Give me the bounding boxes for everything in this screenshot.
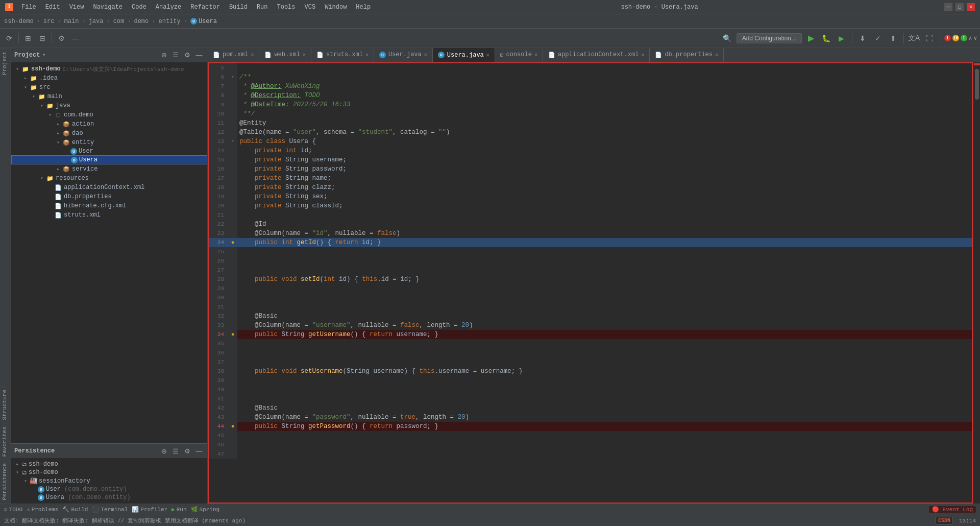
tab-web-xml[interactable]: 📄 web.xml ✕ (259, 48, 311, 62)
tree-item-hibernate[interactable]: 📄 hibernate.cfg.xml (11, 201, 207, 210)
panel-tab-project[interactable]: Project (0, 48, 11, 78)
persistence-item-ssh-demo-1[interactable]: ▸ 🗂 ssh-demo (11, 460, 207, 468)
menu-build[interactable]: Build (225, 3, 252, 12)
tree-item-dao[interactable]: ▸ 📦 dao (11, 129, 207, 138)
tree-item-java[interactable]: ▾ 📁 java (11, 101, 207, 110)
tab-pom-xml[interactable]: 📄 pom.xml ✕ (208, 48, 259, 62)
tree-item-idea[interactable]: ▸ 📁 .idea (11, 74, 207, 83)
maximize-button[interactable]: □ (955, 3, 964, 11)
tab-appcontext-xml[interactable]: 📄 applicationContext.xml ✕ (543, 48, 650, 62)
tab-struts-xml[interactable]: 📄 struts.xml ✕ (311, 48, 374, 62)
run-config-btn[interactable]: Add Configuration... (737, 33, 802, 43)
tree-item-action[interactable]: ▸ 📦 action (11, 119, 207, 129)
tree-item-db-properties[interactable]: 📄 db.properties (11, 192, 207, 201)
tab-console[interactable]: ⊞ console ✕ (495, 48, 543, 62)
tree-item-appcontext[interactable]: 📄 applicationContext.xml (11, 183, 207, 192)
run-tab[interactable]: ▶ Run (172, 506, 186, 513)
menu-refactor[interactable]: Refactor (186, 3, 224, 12)
tab-usera-java[interactable]: U Usera.java ✕ (433, 48, 495, 62)
menu-code[interactable]: Code (128, 3, 151, 12)
run-coverage-btn[interactable]: ▶ (836, 32, 848, 44)
menu-window[interactable]: Window (321, 3, 351, 12)
persistence-item-ssh-demo-2[interactable]: ▾ 🗂 ssh-demo (11, 468, 207, 476)
menu-help[interactable]: Help (352, 3, 375, 12)
tab-db-props-close[interactable]: ✕ (715, 52, 718, 58)
fullscreen-btn[interactable]: ⛶ (923, 32, 936, 44)
tree-item-usera-class[interactable]: U Usera (11, 155, 207, 164)
tab-usera-java-close[interactable]: ✕ (486, 52, 489, 58)
tab-appcontext-close[interactable]: ✕ (641, 52, 644, 58)
spring-tab[interactable]: 🌿 Spring (191, 506, 220, 513)
menu-analyze[interactable]: Analyze (152, 3, 185, 12)
persistence-panel-settings-btn[interactable]: ⚙ (182, 446, 192, 456)
persistence-panel-header[interactable]: Persistence ⊕ ☰ ⚙ — (11, 444, 207, 458)
problems-tab[interactable]: ⚠ Problems (27, 506, 58, 513)
menu-view[interactable]: View (65, 3, 88, 12)
persistence-item-sessionfactory[interactable]: ▾ 🏭 sessionFactory (11, 476, 207, 485)
menu-file[interactable]: File (17, 3, 40, 12)
vcs-update-btn[interactable]: ⬇ (856, 32, 869, 44)
project-panel-settings-btn[interactable]: ⚙ (182, 50, 192, 60)
panel-tab-persistence[interactable]: Persistence (0, 460, 11, 504)
tree-item-main[interactable]: ▾ 📁 main (11, 92, 207, 101)
tree-item-service[interactable]: ▸ 📦 service (11, 164, 207, 174)
panel-tab-structure[interactable]: Structure (0, 386, 11, 423)
panel-tab-favorites[interactable]: Favorites (0, 423, 11, 460)
toolbar-sync-btn[interactable]: ⟳ (3, 32, 15, 44)
terminal-tab[interactable]: ⬛ Terminal (92, 506, 128, 513)
tree-item-struts[interactable]: 📄 struts.xml (11, 210, 207, 220)
persistence-item-usera-entity[interactable]: U Usera (com.demo.entity) (11, 493, 207, 501)
persistence-item-user-entity[interactable]: U User (com.demo.entity) (11, 485, 207, 493)
toolbar-settings-btn[interactable]: ⚙ (55, 32, 67, 44)
tree-item-user-class[interactable]: U User (11, 147, 207, 155)
tab-db-properties[interactable]: 📄 db.properties ✕ (650, 48, 724, 62)
nav-java[interactable]: java (89, 18, 104, 25)
todo-tab[interactable]: ☑ TODO (4, 506, 22, 513)
fold-icon-13[interactable]: ▾ (231, 137, 234, 146)
menu-tools[interactable]: Tools (273, 3, 300, 12)
persistence-panel-collapse-btn[interactable]: ☰ (170, 446, 181, 456)
nav-project[interactable]: ssh-demo (4, 18, 34, 25)
toolbar-expand-btn[interactable]: ⊞ (22, 32, 34, 44)
build-run-btn[interactable]: ▶ (805, 32, 817, 44)
profiler-tab[interactable]: 📊 Profiler (132, 506, 167, 513)
nav-com[interactable]: com (113, 18, 125, 25)
tab-console-close[interactable]: ✕ (534, 52, 537, 58)
vcs-push-btn[interactable]: ⬆ (887, 32, 899, 44)
tree-item-com-demo[interactable]: ▾ ⬡ com.demo (11, 110, 207, 119)
toolbar-hide-btn[interactable]: — (69, 32, 82, 44)
tab-user-java-close[interactable]: ✕ (424, 52, 427, 58)
close-button[interactable]: ✕ (967, 3, 975, 11)
tree-item-src[interactable]: ▾ 📁 src (11, 83, 207, 92)
build-tab[interactable]: 🔨 Build (62, 506, 88, 513)
nav-demo[interactable]: demo (134, 18, 149, 25)
search-everywhere-btn[interactable]: 🔍 (721, 32, 733, 44)
nav-entity[interactable]: entity (158, 18, 180, 25)
fold-icon-6[interactable]: ▾ (231, 73, 234, 82)
menu-edit[interactable]: Edit (41, 3, 64, 12)
minimize-button[interactable]: ─ (944, 3, 952, 11)
debug-btn[interactable]: 🐛 (820, 32, 832, 44)
tab-user-java[interactable]: U User.java ✕ (374, 48, 433, 62)
project-panel-hide-btn[interactable]: — (194, 50, 204, 60)
menu-navigate[interactable]: Navigate (89, 3, 127, 12)
code-editor[interactable]: 5 6 ▾ /** 7 * @Author: XuWenXing (208, 62, 973, 504)
project-dropdown-icon[interactable]: ▾ (42, 51, 45, 59)
event-log-btn[interactable]: 🔴 Event Log (929, 506, 976, 513)
persistence-panel-hide-btn[interactable]: — (194, 446, 204, 456)
translate-btn[interactable]: 文A (908, 32, 920, 44)
scroll-thumb[interactable] (975, 69, 979, 100)
tree-item-resources[interactable]: ▾ 📁 resources (11, 174, 207, 183)
tree-item-ssh-demo-root[interactable]: ▾ 📁 ssh-demo C:\Users\徐文兴\IdeaProjects\s… (11, 64, 207, 74)
tab-struts-xml-close[interactable]: ✕ (365, 52, 369, 58)
persistence-panel-sync-btn[interactable]: ⊕ (159, 446, 169, 456)
tab-pom-xml-close[interactable]: ✕ (251, 52, 254, 58)
nav-main[interactable]: main (64, 18, 79, 25)
menu-vcs[interactable]: VCS (301, 3, 320, 12)
vcs-commit-btn[interactable]: ✓ (872, 32, 884, 44)
menu-run[interactable]: Run (253, 3, 272, 12)
tab-web-xml-close[interactable]: ✕ (303, 52, 306, 58)
nav-src[interactable]: src (43, 18, 55, 25)
toolbar-collapse-btn[interactable]: ⊟ (36, 32, 48, 44)
action-icon-24[interactable]: ● (231, 238, 235, 247)
